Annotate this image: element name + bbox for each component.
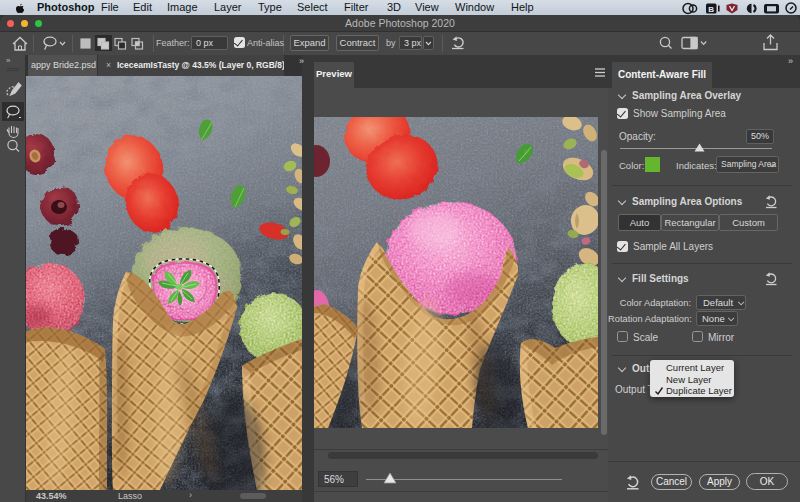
svg-text:»: » xyxy=(6,56,11,65)
svg-text:B: B xyxy=(708,4,714,13)
